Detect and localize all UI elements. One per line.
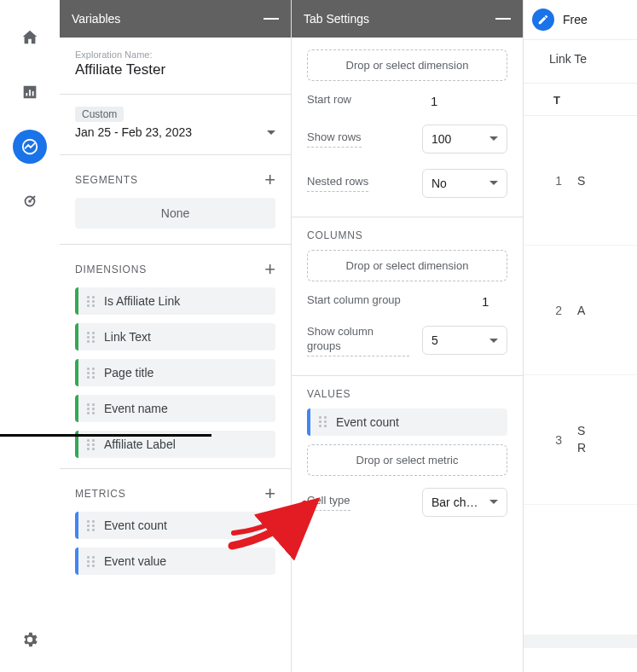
show-rows-value: 100 (431, 132, 451, 146)
rows-dropzone[interactable]: Drop or select dimension (307, 49, 507, 81)
dimension-chip-label: Page title (104, 366, 153, 379)
metric-dropzone[interactable]: Drop or select metric (307, 444, 507, 476)
chevron-down-icon (489, 181, 498, 185)
value-chip[interactable]: Event count (307, 408, 507, 436)
table-row: 1 S (524, 116, 637, 246)
exploration-name-value[interactable]: Affiliate Tester (75, 61, 275, 78)
row-index: 3 (545, 433, 562, 447)
tab-settings-panel-header[interactable]: Tab Settings (292, 0, 523, 38)
date-range-picker[interactable]: Jan 25 - Feb 23, 2023 (75, 125, 275, 139)
table-row: 2 A (524, 246, 637, 375)
collapse-icon (495, 18, 511, 20)
add-metric-button[interactable]: + (264, 484, 275, 503)
metric-chip-label: Event count (104, 518, 167, 532)
start-column-group-value[interactable]: 1 (482, 294, 507, 309)
columns-header: COLUMNS (307, 229, 507, 241)
edit-tab-button[interactable] (532, 9, 554, 31)
left-nav-rail (0, 0, 60, 672)
tab-name[interactable]: Free (563, 13, 588, 26)
nested-rows-label: Nested rows (307, 175, 368, 192)
add-segment-button[interactable]: + (264, 171, 275, 189)
row-index: 1 (545, 174, 562, 188)
metric-chip[interactable]: Event count (75, 512, 275, 539)
row-value: S R (577, 423, 586, 456)
reports-icon[interactable] (13, 75, 47, 109)
row-value: S (577, 174, 585, 188)
preview-totals-header: T (524, 84, 637, 116)
columns-dropzone[interactable]: Drop or select dimension (307, 250, 507, 281)
start-column-group-label: Start column group (307, 293, 401, 310)
collapse-icon (263, 18, 279, 20)
home-icon[interactable] (13, 20, 47, 55)
nested-rows-value: No (431, 177, 447, 190)
row-value: A (577, 304, 585, 317)
drag-handle-icon (319, 416, 327, 427)
start-row-label: Start row (307, 93, 351, 109)
chevron-down-icon (267, 130, 275, 135)
dimension-chip[interactable]: Is Affiliate Link (75, 287, 275, 315)
drag-handle-icon (87, 520, 96, 531)
dimension-chip-label: Is Affiliate Link (104, 294, 180, 308)
date-range-type-chip: Custom (75, 107, 124, 122)
cell-type-select[interactable]: Bar ch… (422, 488, 507, 517)
advertising-icon[interactable] (13, 184, 47, 218)
chevron-down-icon (489, 339, 498, 343)
drag-handle-icon (87, 403, 96, 414)
metric-chip[interactable]: Event value (75, 547, 275, 575)
values-header: VALUES (307, 388, 507, 400)
dimension-chip-label: Affiliate Label (104, 437, 176, 451)
show-column-groups-select[interactable]: 5 (422, 326, 507, 355)
metrics-header: METRICS (75, 488, 126, 500)
chevron-down-icon (489, 136, 498, 141)
drag-handle-icon (87, 332, 96, 343)
drag-handle-icon (87, 368, 96, 379)
cell-type-value: Bar ch… (431, 495, 478, 509)
preview-column-header: Link Te (524, 40, 637, 84)
drag-handle-icon (87, 556, 96, 567)
variables-panel-header[interactable]: Variables (60, 0, 291, 38)
tab-settings-panel: Tab Settings Drop or select dimension St… (292, 0, 524, 672)
dimension-chip-label: Event name (104, 402, 168, 415)
cell-type-label: Cell type (307, 494, 350, 511)
variables-panel-title: Variables (72, 12, 120, 26)
chevron-down-icon (489, 500, 498, 504)
add-dimension-button[interactable]: + (264, 260, 275, 279)
show-rows-select[interactable]: 100 (422, 125, 507, 154)
explore-icon[interactable] (13, 130, 47, 164)
metric-chip-label: Event value (104, 554, 166, 568)
drag-handle-icon (87, 296, 96, 307)
row-index: 2 (545, 304, 562, 317)
dimensions-header: DIMENSIONS (75, 264, 147, 275)
dimension-chip[interactable]: Affiliate Label (75, 431, 275, 458)
tab-settings-panel-title: Tab Settings (304, 12, 369, 26)
segments-empty[interactable]: None (75, 198, 275, 229)
dimension-chip[interactable]: Page title (75, 359, 275, 386)
horizontal-scrollbar[interactable] (524, 634, 637, 648)
show-column-groups-label: Show column groups (307, 325, 409, 356)
show-column-groups-value: 5 (431, 333, 438, 347)
segments-header: SEGMENTS (75, 174, 138, 186)
start-row-value[interactable]: 1 (431, 94, 507, 108)
nested-rows-select[interactable]: No (422, 169, 507, 198)
report-preview: Free Link Te T 1 S 2 A 3 S R (524, 0, 637, 672)
dimension-chip[interactable]: Link Text (75, 323, 275, 350)
value-chip-label: Event count (336, 415, 399, 429)
show-rows-label: Show rows (307, 130, 362, 148)
variables-panel: Variables Exploration Name: Affiliate Te… (60, 0, 292, 672)
date-range-value: Jan 25 - Feb 23, 2023 (75, 125, 192, 139)
drag-handle-icon (87, 439, 96, 450)
dimension-chip[interactable]: Event name (75, 395, 275, 422)
table-row: 3 S R (524, 375, 637, 505)
dimension-chip-label: Link Text (104, 330, 151, 344)
exploration-name-label: Exploration Name: (75, 49, 275, 60)
settings-icon[interactable] (13, 623, 47, 657)
